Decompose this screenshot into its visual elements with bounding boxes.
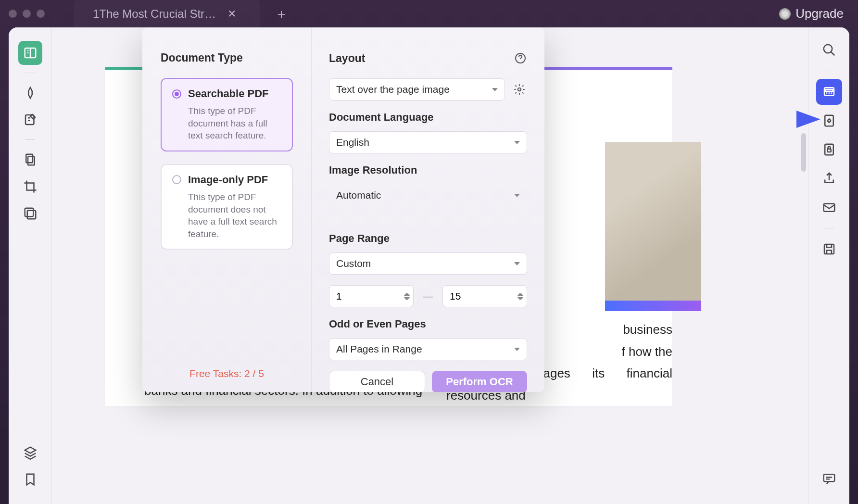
chevron-down-icon xyxy=(514,262,520,265)
option-searchable-pdf[interactable]: Searchable PDF This type of PDF document… xyxy=(161,78,293,151)
app-window: O Intr The cont ment nec banks and finan… xyxy=(9,27,849,504)
reader-mode-button[interactable] xyxy=(18,41,42,65)
close-tab-icon[interactable]: ✕ xyxy=(227,8,236,20)
maximize-window-dot[interactable] xyxy=(37,10,45,18)
ocr-dialog: Document Type Searchable PDF This type o… xyxy=(142,27,544,392)
layout-heading: Layout xyxy=(329,52,365,65)
email-button[interactable] xyxy=(816,194,842,220)
svg-rect-13 xyxy=(824,244,834,254)
traffic-lights xyxy=(9,10,45,18)
option-title: Searchable PDF xyxy=(188,88,269,100)
resolution-select[interactable]: Automatic xyxy=(329,184,527,206)
free-tasks-label: Free Tasks: 2 / 5 xyxy=(161,368,293,379)
range-from-input[interactable] xyxy=(336,290,404,302)
search-button[interactable] xyxy=(816,37,842,63)
document-tab[interactable]: 1The Most Crucial Strategy ✕ xyxy=(74,0,260,27)
separator xyxy=(25,139,35,140)
bookmark-button[interactable] xyxy=(18,467,42,491)
page-range-value: Custom xyxy=(336,258,371,269)
help-icon[interactable] xyxy=(514,51,527,65)
minimize-window-dot[interactable] xyxy=(23,10,31,18)
svg-rect-8 xyxy=(825,89,833,91)
chevron-down-icon xyxy=(514,194,520,197)
range-from-stepper[interactable] xyxy=(329,285,414,307)
separator xyxy=(824,71,834,71)
comments-button[interactable] xyxy=(816,466,842,491)
dialog-left-pane: Document Type Searchable PDF This type o… xyxy=(142,27,312,392)
option-description: This type of PDF document does not have … xyxy=(188,191,281,240)
separator xyxy=(25,73,35,73)
range-to-stepper[interactable] xyxy=(442,285,527,307)
svg-rect-3 xyxy=(28,157,35,165)
layout-settings-icon[interactable] xyxy=(512,82,527,97)
odd-even-heading: Odd or Even Pages xyxy=(329,318,527,330)
option-title: Image-only PDF xyxy=(188,174,268,186)
tab-title: 1The Most Crucial Strategy xyxy=(93,7,218,21)
separator xyxy=(824,228,834,228)
batch-button[interactable] xyxy=(18,202,42,226)
upgrade-button[interactable]: Upgrade xyxy=(779,6,844,21)
svg-point-16 xyxy=(518,88,521,91)
option-image-only-pdf[interactable]: Image-only PDF This type of PDF document… xyxy=(161,164,293,250)
svg-rect-12 xyxy=(823,204,834,212)
avatar-icon xyxy=(779,8,791,20)
radio-icon xyxy=(172,175,181,184)
stepper-down-icon[interactable] xyxy=(517,297,524,302)
odd-even-select[interactable]: All Pages in Range xyxy=(329,338,527,360)
ocr-button[interactable] xyxy=(816,79,842,105)
resolution-heading: Image Resolution xyxy=(329,164,527,176)
dialog-right-pane: Layout Text over the page image Document… xyxy=(312,27,544,392)
page-range-heading: Page Range xyxy=(329,232,527,245)
svg-rect-9 xyxy=(825,115,833,126)
language-heading: Document Language xyxy=(329,111,527,124)
protect-button[interactable] xyxy=(816,137,842,163)
document-type-heading: Document Type xyxy=(161,51,293,64)
stepper-down-icon[interactable] xyxy=(404,297,410,302)
radio-icon xyxy=(172,89,181,99)
right-toolbar xyxy=(808,27,849,504)
stepper-up-icon[interactable] xyxy=(517,291,524,296)
page-range-select[interactable]: Custom xyxy=(329,252,527,275)
layout-select[interactable]: Text over the page image xyxy=(329,78,505,101)
convert-button[interactable] xyxy=(816,108,842,134)
svg-point-6 xyxy=(823,45,832,53)
svg-rect-4 xyxy=(25,208,33,217)
titlebar: 1The Most Crucial Strategy ✕ ＋ Upgrade xyxy=(0,0,858,27)
svg-rect-5 xyxy=(27,211,36,219)
cancel-button[interactable]: Cancel xyxy=(329,371,425,392)
layout-value: Text over the page image xyxy=(336,84,450,95)
odd-even-value: All Pages in Range xyxy=(336,343,422,355)
annotate-button[interactable] xyxy=(18,108,42,132)
chevron-down-icon xyxy=(514,348,520,351)
close-window-dot[interactable] xyxy=(9,10,17,18)
svg-rect-2 xyxy=(26,154,33,163)
perform-ocr-button[interactable]: Perform OCR xyxy=(432,371,527,392)
resolution-value: Automatic xyxy=(336,189,381,201)
layers-button[interactable] xyxy=(18,441,42,465)
chevron-down-icon xyxy=(492,88,498,91)
upgrade-label: Upgrade xyxy=(795,6,844,21)
language-select[interactable]: English xyxy=(329,131,527,153)
option-description: This type of PDF document has a full tex… xyxy=(188,105,281,142)
highlight-button[interactable] xyxy=(18,81,42,105)
photo-underline xyxy=(605,301,701,311)
range-to-input[interactable] xyxy=(450,290,517,302)
share-button[interactable] xyxy=(816,165,842,191)
range-dash: — xyxy=(420,291,436,302)
new-tab-button[interactable]: ＋ xyxy=(275,5,288,23)
stepper-up-icon[interactable] xyxy=(404,291,410,296)
svg-rect-11 xyxy=(827,149,831,152)
vertical-scrollbar[interactable] xyxy=(801,133,806,172)
left-toolbar xyxy=(9,27,52,504)
pages-button[interactable] xyxy=(18,148,42,172)
language-value: English xyxy=(336,137,369,148)
crop-button[interactable] xyxy=(18,175,42,199)
save-button[interactable] xyxy=(816,236,842,262)
page-photo xyxy=(605,142,701,305)
chevron-down-icon xyxy=(514,141,520,144)
